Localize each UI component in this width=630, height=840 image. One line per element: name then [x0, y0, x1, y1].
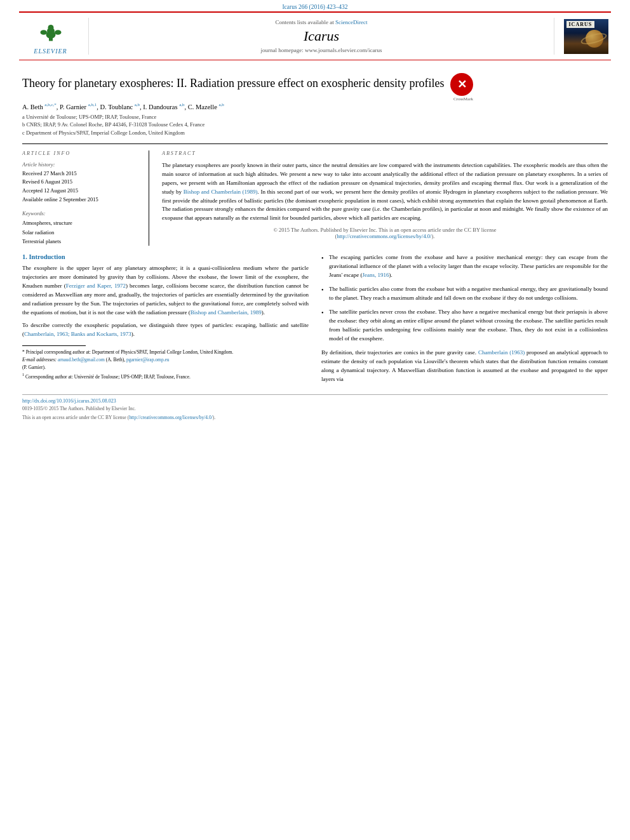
citation-bar: Icarus 266 (2016) 423–432 — [0, 0, 630, 11]
particle-types-list: The escaping particles come from the exo… — [321, 253, 608, 343]
icarus-cover-label: ICARUS — [566, 21, 595, 28]
introduction-section: 1. Introduction The exosphere is the upp… — [22, 253, 608, 387]
elsevier-logo-img — [22, 18, 79, 46]
keyword-2: Solar radiation — [22, 228, 139, 237]
svg-point-3 — [48, 25, 53, 30]
affiliation-b: b CNRS; IRAP, 9 Av. Colonel Roche, BP 44… — [22, 121, 608, 129]
cc-license-line: © 2015 The Authors. Published by Elsevie… — [162, 227, 608, 239]
footer-issn: 0019-1035/© 2015 The Authors. Published … — [22, 405, 608, 413]
article-info-abstract-section: ARTICLE INFO Article history: Received 2… — [22, 143, 608, 246]
keyword-3: Terrestrial planets — [22, 237, 139, 246]
intro-para2: To describe correctly the exospheric pop… — [22, 321, 309, 339]
footnote-divider — [22, 345, 86, 346]
crossmark-icon: ✕ — [450, 73, 473, 96]
intro-para3: By definition, their trajectories are co… — [321, 349, 608, 384]
icarus-cover-block: ICARUS — [554, 18, 611, 55]
abstract-label: ABSTRACT — [162, 150, 608, 156]
bishop-chamberlain-link[interactable]: Bishop and Chamberlain (1989) — [184, 189, 258, 195]
available-date: Available online 2 September 2015 — [22, 196, 139, 204]
footer-open-access: This is an open access article under the… — [22, 414, 608, 422]
intro-para1: The exosphere is the upper layer of any … — [22, 264, 309, 317]
chamberlain-link[interactable]: Chamberlain, 1963; Banks and Kockarts, 1… — [24, 331, 131, 337]
article-info-label: ARTICLE INFO — [22, 150, 139, 156]
journal-homepage: journal homepage: www.journals.elsevier.… — [260, 47, 382, 53]
ferziger-link[interactable]: Ferziger and Kaper, 1972 — [66, 283, 126, 289]
footnote-star: * Principal corresponding author at: Dep… — [22, 349, 309, 356]
accepted-date: Accepted 12 August 2015 — [22, 187, 139, 196]
article-history-block: Article history: Received 27 March 2015 … — [22, 161, 139, 204]
citation-text: Icarus 266 (2016) 423–432 — [282, 4, 347, 10]
keywords-block: Keywords: Atmospheres, structure Solar r… — [22, 210, 139, 246]
footnote-email: E-mail addresses: arnaud.beth@gmail.com … — [22, 356, 309, 371]
paper-title: Theory for planetary exospheres: II. Rad… — [22, 76, 444, 91]
keyword-1: Atmospheres, structure — [22, 218, 139, 227]
article-info-column: ARTICLE INFO Article history: Received 2… — [22, 150, 149, 246]
received-date: Received 27 March 2015 — [22, 170, 139, 178]
cc-license-link[interactable]: http://creativecommons.org/licenses/by/4… — [337, 233, 431, 239]
email-beth-link[interactable]: arnaud.beth@gmail.com — [58, 357, 105, 363]
bishop-link-2[interactable]: Bishop and Chamberlain, 1989 — [191, 309, 262, 316]
intro-right-col: The escaping particles come from the exo… — [321, 253, 608, 387]
sciencedirect-link[interactable]: ScienceDirect — [335, 19, 367, 25]
abstract-column: ABSTRACT The planetary exospheres are po… — [162, 150, 608, 246]
affiliations-block: a Université de Toulouse; UPS-OMP; IRAP,… — [22, 113, 608, 137]
crossmark-badge: ✕ CrossMark — [450, 73, 476, 98]
doi-anchor[interactable]: http://dx.doi.org/10.1016/j.icarus.2015.… — [22, 398, 116, 404]
revised-date: Revised 6 August 2015 — [22, 178, 139, 187]
keywords-title: Keywords: — [22, 210, 139, 217]
bullet-satellite: The satellite particles never cross the … — [321, 308, 608, 343]
bullet-escaping: The escaping particles come from the exo… — [321, 253, 608, 280]
journal-title: Icarus — [304, 28, 339, 44]
svg-point-4 — [40, 30, 47, 35]
bullet-ballistic: The ballistic particles also come from t… — [321, 285, 608, 303]
contents-line: Contents lists available at ScienceDirec… — [276, 19, 368, 25]
page: Icarus 266 (2016) 423–432 ELSEVIER — [0, 0, 630, 840]
footer-cc-link[interactable]: http://creativecommons.org/licenses/by/4… — [129, 415, 213, 420]
chamberlain-1963-link[interactable]: Chamberlain (1963) — [478, 349, 525, 356]
authors-line: A. Beth a,b,c,*, P. Garnier a,b,1, D. To… — [22, 102, 608, 110]
affiliation-c: c Department of Physics/SPAT, Imperial C… — [22, 129, 608, 137]
footnote-one: 1 Corresponding author at: Université de… — [22, 371, 309, 381]
icarus-cover-image: ICARUS — [564, 19, 608, 54]
svg-point-5 — [55, 30, 62, 35]
introduction-two-col: 1. Introduction The exosphere is the upp… — [22, 253, 608, 387]
journal-header: ELSEVIER Contents lists available at Sci… — [19, 11, 611, 60]
jeans-link[interactable]: Jeans, 1916 — [363, 272, 389, 278]
intro-left-col: 1. Introduction The exosphere is the upp… — [22, 253, 309, 387]
journal-info-center: Contents lists available at ScienceDirec… — [89, 18, 554, 55]
history-title: Article history: — [22, 161, 139, 168]
elsevier-logo-block: ELSEVIER — [19, 18, 89, 55]
affiliation-a: a Université de Toulouse; UPS-OMP; IRAP,… — [22, 113, 608, 121]
doi-section: http://dx.doi.org/10.1016/j.icarus.2015.… — [22, 394, 608, 422]
doi-link[interactable]: http://dx.doi.org/10.1016/j.icarus.2015.… — [22, 398, 608, 404]
elsevier-label: ELSEVIER — [34, 48, 67, 55]
main-content: Theory for planetary exospheres: II. Rad… — [0, 60, 630, 428]
email-garnier-link[interactable]: pgarnier@irap.omp.eu — [126, 357, 170, 363]
abstract-text: The planetary exospheres are poorly know… — [162, 161, 608, 223]
elsevier-tree-icon — [32, 23, 70, 42]
intro-heading: 1. Introduction — [22, 253, 309, 260]
